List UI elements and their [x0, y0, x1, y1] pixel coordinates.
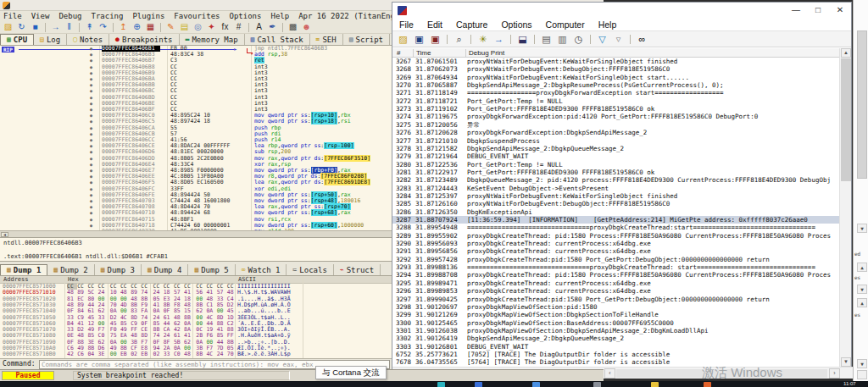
- step-over-icon[interactable]: ↷: [97, 22, 108, 33]
- scroll-left-icon[interactable]: ‹: [604, 368, 615, 379]
- log-row[interactable]: 326731.87061501proxyNtWaitForDebugEvent:…: [392, 58, 841, 65]
- log-row[interactable]: 330031.90125465proxyDbgkMapViewOfSection…: [392, 319, 841, 327]
- step-out-icon[interactable]: ↥: [118, 22, 129, 33]
- tab-breakpoints[interactable]: ●Breakpoints: [109, 34, 179, 45]
- eraser-icon[interactable]: ✦: [206, 22, 217, 33]
- capture-icon[interactable]: ⌕: [453, 33, 465, 46]
- disasm-row[interactable]: ●00007FFEC86406BDCCint3: [0, 95, 392, 101]
- log-row[interactable]: 327831.87121582DbgkpSendApiMessage_2:Dbg…: [392, 145, 841, 152]
- menu-item-edit[interactable]: Edit: [427, 19, 442, 30]
- log-row[interactable]: 327131.87118149==================proxyDb…: [392, 89, 841, 97]
- menu-item-options[interactable]: Options: [230, 11, 262, 22]
- tab-log[interactable]: ▤Log: [34, 34, 67, 45]
- log-row[interactable]: 328131.87122917Port_GetPort:FFFF818E4DED…: [392, 169, 841, 176]
- notes-icon[interactable]: ▤: [179, 22, 190, 33]
- menu-item-computer[interactable]: Computer: [546, 19, 585, 30]
- dump-tab-dump-3[interactable]: ▦Dump 3: [95, 264, 142, 275]
- log-row[interactable]: 328431.87125397proxyNtWaitForDebugEvent:…: [392, 192, 841, 200]
- log-row[interactable]: 327631.87120628proxyDbgkForwardException…: [392, 129, 841, 136]
- highlight-filter-icon[interactable]: ▿: [612, 33, 625, 46]
- taskbar-app-icon[interactable]: [532, 382, 540, 387]
- menu-item-tracing[interactable]: Tracing: [91, 11, 123, 22]
- log-row[interactable]: 327331.87119102Port_GetPort:FFFF818E4DED…: [392, 105, 841, 113]
- disasm-row[interactable]: ●00007FFEC86406BBCCint3: [0, 82, 392, 88]
- dump-tab-dump-1[interactable]: ▦Dump 1: [0, 264, 47, 275]
- scroll-up-icon[interactable]: ▲: [841, 48, 851, 58]
- log-row[interactable]: 326931.87064934proxyNtWaitForDebugEvent:…: [392, 74, 841, 81]
- tab-script[interactable]: ▧Script: [343, 34, 390, 45]
- dump-tab-dump-4[interactable]: ▦Dump 4: [142, 264, 188, 275]
- dump-tab-watch-1[interactable]: ∞Watch 1: [236, 264, 287, 275]
- scroll-down-icon[interactable]: ▼: [857, 359, 867, 368]
- log-row[interactable]: 329531.89989471proxyDbgkCreateThread: cu…: [392, 279, 841, 287]
- taskbar-app-icon[interactable]: [593, 382, 601, 387]
- col-time[interactable]: Time: [416, 48, 431, 58]
- log-vscrollbar[interactable]: ▲ ▼: [839, 48, 851, 367]
- tab-cpu[interactable]: ▦CPU: [0, 34, 34, 45]
- breakpoint-dot-icon[interactable]: ●: [90, 125, 92, 131]
- log-row[interactable]: 329931.90121269proxyDbgkMapViewOfSection…: [392, 311, 841, 318]
- scroll-down-icon[interactable]: ▼: [857, 285, 867, 294]
- disasm-row[interactable]: ●00007FFEC86406CB57push rdi: [0, 131, 392, 137]
- menu-item-file[interactable]: File: [3, 11, 22, 22]
- breakpoint-dot-icon[interactable]: ●: [90, 58, 92, 64]
- col-number[interactable]: #: [397, 48, 400, 58]
- log-row[interactable]: 328731.88707924[11:36:59.394] [INFORMATI…: [392, 216, 841, 224]
- log-row[interactable]: 327731.87121010DbgkpSuspendProcess: [392, 137, 841, 145]
- menu-item-favourites[interactable]: Favourites: [174, 11, 220, 22]
- log-row[interactable]: 329631.89989853proxyDbgkCreateThread: cu…: [392, 287, 841, 295]
- stop-icon[interactable]: ■: [30, 22, 41, 33]
- breakpoint-dot-icon[interactable]: ●: [90, 101, 92, 107]
- breakpoint-dot-icon[interactable]: ●: [90, 143, 92, 149]
- taskbar-app-icon[interactable]: [651, 382, 659, 387]
- breakpoint-dot-icon[interactable]: ●: [90, 162, 92, 168]
- breakpoint-dot-icon[interactable]: ●: [90, 149, 92, 155]
- breakpoint-dot-icon[interactable]: ●: [90, 137, 92, 143]
- brush-icon[interactable]: ✒: [267, 22, 278, 33]
- options-gear-icon[interactable]: ✳: [476, 33, 489, 46]
- log-row[interactable]: 327931.87121964DEBUG_EVENT_WAIT: [392, 152, 841, 160]
- menu-item-capture[interactable]: Capture: [456, 19, 487, 30]
- scroll-down-icon[interactable]: ▼: [857, 224, 867, 233]
- disassembly-hscrollbar[interactable]: ◄: [0, 230, 392, 237]
- step-into-icon[interactable]: ↟: [84, 22, 95, 33]
- help-icon[interactable]: ☻: [301, 22, 312, 33]
- taskbar-app-icon[interactable]: [704, 382, 711, 387]
- animate-icon[interactable]: ▦: [145, 22, 156, 33]
- log-row[interactable]: 329731.89990425proxyDbgkCreateThread:pid…: [392, 296, 841, 303]
- breakpoint-dot-icon[interactable]: ●: [90, 198, 92, 204]
- memory-icon[interactable]: ▩: [287, 22, 298, 33]
- disasm-row[interactable]: ●00007FFEC86406DD48:8B05 2C2E0B00mov rax…: [0, 156, 392, 162]
- menu-item-debug[interactable]: Debug: [58, 11, 81, 22]
- fx-icon[interactable]: fx: [220, 22, 231, 33]
- breakpoint-dot-icon[interactable]: ●: [90, 88, 92, 94]
- taskbar-cortana-icon[interactable]: [437, 382, 445, 387]
- open-folder-icon[interactable]: ▨: [3, 22, 14, 33]
- scroll-up-icon[interactable]: ▲: [857, 298, 867, 307]
- menu-item-options[interactable]: Options: [501, 19, 531, 30]
- hash-icon[interactable]: #: [233, 22, 244, 33]
- disasm-row[interactable]: ●00007FFEC86406B7C3ret: [0, 58, 392, 64]
- breakpoint-dot-icon[interactable]: ●: [90, 95, 92, 101]
- close-button[interactable]: ✕: [829, 3, 851, 18]
- breakpoint-dot-icon[interactable]: ●: [90, 223, 92, 229]
- log-row[interactable]: 327431.87119675proxyDbgkForwardException…: [392, 113, 841, 120]
- taskbar-app-icon[interactable]: [475, 382, 482, 387]
- log-row[interactable]: 328331.87124443KeSetEvent DebugObject->E…: [392, 185, 841, 192]
- breakpoint-dot-icon[interactable]: ●: [90, 168, 92, 174]
- debugview-titlebar[interactable]: DebugView on \\DESKTOP-P0D9861 (local): [392, 3, 851, 18]
- breakpoint-dot-icon[interactable]: ●: [90, 204, 92, 210]
- breakpoint-dot-icon[interactable]: ●: [90, 186, 92, 192]
- taskbar[interactable]: 11:07: [0, 381, 868, 387]
- log-row[interactable]: 328531.87126160proxyNtWaitForDebugEvent:…: [392, 200, 841, 207]
- breakpoint-dot-icon[interactable]: ●: [90, 156, 92, 162]
- col-debug-print[interactable]: Debug Print: [469, 48, 504, 58]
- tab-call-stack[interactable]: ▥Call Stack: [245, 34, 310, 45]
- minimize-button[interactable]: —: [785, 3, 807, 18]
- dump-tab-dump-2[interactable]: ▦Dump 2: [47, 264, 94, 275]
- maximize-button[interactable]: □: [807, 3, 829, 18]
- breakpoint-dot-icon[interactable]: ●: [90, 192, 92, 198]
- clipboard-icon[interactable]: ▥: [556, 33, 569, 46]
- dump-tab-locals[interactable]: ≔Locals: [287, 264, 333, 275]
- remote-computer-icon[interactable]: ⬓: [516, 33, 529, 46]
